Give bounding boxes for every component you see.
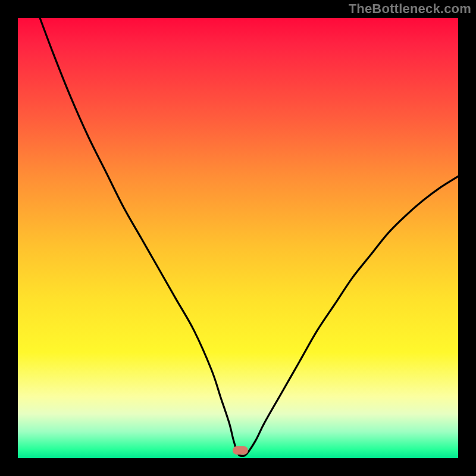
bottleneck-curve (40, 18, 458, 456)
optimal-marker (233, 446, 248, 455)
chart-frame: TheBottleneck.com (0, 0, 476, 476)
watermark-text: TheBottleneck.com (349, 1, 471, 17)
plot-area (18, 18, 458, 458)
curve-svg (18, 18, 458, 458)
